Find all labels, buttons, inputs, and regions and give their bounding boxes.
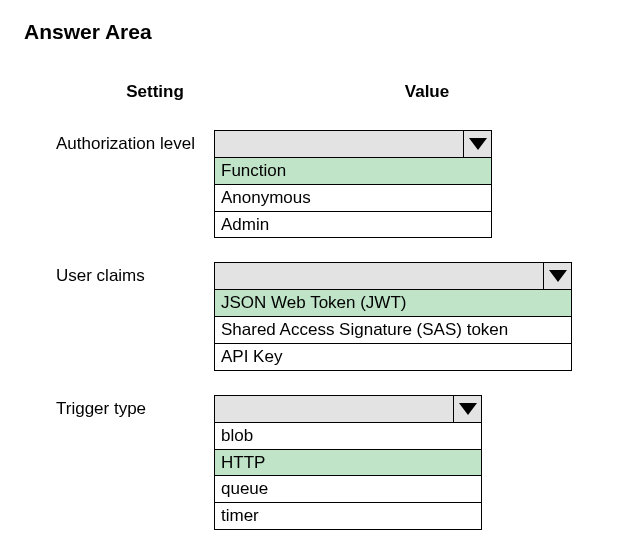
options-auth: Function Anonymous Admin (214, 158, 492, 238)
chevron-down-icon (543, 263, 571, 289)
header-setting: Setting (80, 82, 230, 102)
svg-marker-2 (459, 403, 477, 415)
column-headers: Setting Value (24, 82, 594, 102)
option-claims-sas[interactable]: Shared Access Signature (SAS) token (215, 317, 571, 344)
options-trigger: blob HTTP queue timer (214, 423, 482, 530)
option-claims-apikey[interactable]: API Key (215, 344, 571, 370)
setting-label-claims: User claims (24, 262, 214, 286)
dropdown-auth[interactable] (214, 130, 492, 158)
setting-label-auth: Authorization level (24, 130, 214, 154)
setting-row-trigger: Trigger type blob HTTP queue timer (24, 395, 594, 530)
option-trigger-queue[interactable]: queue (215, 476, 481, 503)
option-auth-anonymous[interactable]: Anonymous (215, 185, 491, 212)
option-auth-admin[interactable]: Admin (215, 212, 491, 238)
option-claims-jwt[interactable]: JSON Web Token (JWT) (215, 290, 571, 317)
svg-marker-0 (469, 138, 487, 150)
setting-row-claims: User claims JSON Web Token (JWT) Shared … (24, 262, 594, 370)
chevron-down-icon (463, 131, 491, 157)
dropdown-claims[interactable] (214, 262, 572, 290)
page-title: Answer Area (24, 20, 594, 44)
svg-marker-1 (549, 270, 567, 282)
setting-row-auth: Authorization level Function Anonymous A… (24, 130, 594, 238)
header-value: Value (230, 82, 594, 102)
option-trigger-blob[interactable]: blob (215, 423, 481, 450)
option-trigger-timer[interactable]: timer (215, 503, 481, 529)
setting-label-trigger: Trigger type (24, 395, 214, 419)
option-auth-function[interactable]: Function (215, 158, 491, 185)
chevron-down-icon (453, 396, 481, 422)
dropdown-trigger[interactable] (214, 395, 482, 423)
options-claims: JSON Web Token (JWT) Shared Access Signa… (214, 290, 572, 370)
option-trigger-http[interactable]: HTTP (215, 450, 481, 477)
